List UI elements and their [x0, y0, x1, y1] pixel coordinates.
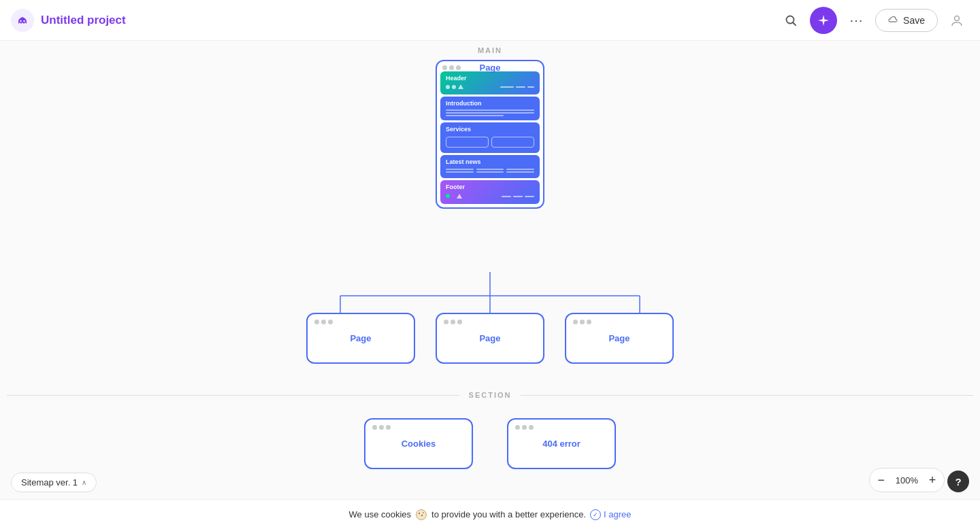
cr-dot3: [587, 320, 591, 324]
child-left-title: Page: [350, 333, 371, 343]
error-page-title: 404 error: [542, 439, 581, 449]
app-logo: [11, 9, 34, 32]
zoom-controls: − 100% +: [869, 468, 945, 492]
project-title: Untitled project: [41, 14, 126, 27]
nl4: [476, 171, 504, 173]
h-line3: [527, 86, 534, 88]
nl1: [446, 169, 474, 170]
zoom-minus-icon: −: [877, 473, 885, 488]
child-page-card-right[interactable]: Page: [565, 313, 674, 364]
services-boxes: [446, 137, 534, 148]
header-block-icons: [446, 84, 534, 89]
canvas: MAIN Page Header: [0, 41, 980, 529]
top-bar: Untitled project ⋯ Save: [0, 0, 980, 41]
help-icon: ?: [955, 476, 961, 488]
news-col1: [446, 169, 474, 173]
sitemap-chevron-icon: ∧: [82, 479, 86, 486]
top-bar-right: ⋯ Save: [779, 7, 969, 34]
cr-dot2: [580, 320, 585, 324]
fhl1: [502, 196, 511, 197]
child-page-card-left[interactable]: Page: [306, 313, 415, 364]
sitemap-label[interactable]: Sitemap ver. 1 ∧: [11, 473, 97, 492]
cookie-agree-circle: ✓: [590, 509, 601, 520]
fhl3: [525, 196, 534, 197]
svg-point-5: [955, 16, 960, 20]
footer-dot-green: [446, 194, 450, 198]
intro-section-block: Introduction: [440, 97, 540, 120]
cookies-page-card[interactable]: Cookies: [364, 418, 473, 469]
dot2: [449, 65, 454, 70]
cl-dot2: [321, 320, 326, 324]
cookie-agree[interactable]: ✓ I agree: [590, 509, 631, 520]
svg-point-1: [20, 20, 21, 21]
more-button[interactable]: ⋯: [844, 8, 868, 33]
cookie-icon: [415, 509, 427, 521]
cl-dot3: [328, 320, 333, 324]
search-button[interactable]: [779, 8, 803, 33]
news-col3: [506, 169, 534, 173]
sitemap-text: Sitemap ver. 1: [21, 477, 78, 488]
error-dots: [515, 425, 534, 430]
ai-icon: [817, 14, 830, 27]
cookie-text: We use cookies: [349, 509, 412, 519]
dot3: [456, 65, 461, 70]
header-dot2: [452, 85, 456, 89]
svg-point-14: [423, 512, 424, 513]
ck-dot2: [379, 425, 384, 430]
header-section-block: Header: [440, 71, 540, 95]
cookie-suffix: to provide you with a better experience.: [431, 509, 586, 519]
footer-section-block: Footer: [440, 180, 540, 204]
nl5: [506, 169, 534, 170]
footer-triangle: [457, 194, 462, 199]
fhl2: [513, 196, 523, 197]
nl3: [476, 169, 504, 170]
cookies-dots: [372, 425, 391, 430]
nl6: [506, 171, 534, 173]
nl2: [446, 171, 474, 173]
zoom-value: 100%: [893, 475, 921, 485]
header-dot1: [446, 85, 450, 89]
child-right-title: Page: [608, 333, 630, 343]
service-box2: [491, 137, 534, 148]
footer-block-bottom: [446, 194, 534, 199]
more-icon: ⋯: [849, 12, 864, 29]
service-box1: [446, 137, 489, 148]
divider-line-right: [521, 395, 973, 396]
zoom-out-button[interactable]: −: [870, 468, 893, 492]
er-dot3: [529, 425, 534, 430]
user-icon: [950, 14, 964, 27]
cookie-banner: We use cookies to provide you with a bet…: [0, 499, 980, 529]
help-button[interactable]: ?: [947, 471, 969, 492]
news-lines: [446, 169, 534, 173]
save-label: Save: [903, 15, 925, 26]
save-button[interactable]: Save: [875, 9, 938, 32]
footer-lines: [502, 196, 534, 197]
cc-dot3: [457, 320, 462, 324]
svg-point-13: [421, 515, 423, 516]
child-left-dots: [314, 320, 333, 324]
cookie-agree-label: I agree: [604, 509, 631, 519]
ai-button[interactable]: [810, 7, 837, 34]
child-center-title: Page: [479, 333, 500, 343]
h-line1: [500, 86, 514, 88]
news-section-block: Latest news: [440, 155, 540, 178]
cc-dot2: [451, 320, 455, 324]
cloud-save-icon: [888, 15, 899, 26]
search-icon: [785, 14, 797, 27]
h-line2: [516, 86, 525, 88]
section-divider-label: SECTION: [459, 391, 521, 399]
zoom-in-button[interactable]: +: [921, 468, 944, 492]
user-button[interactable]: [945, 8, 969, 33]
news-block-label: Latest news: [446, 158, 534, 165]
header-triangle: [458, 84, 463, 89]
child-right-dots: [573, 320, 591, 324]
er-dot1: [515, 425, 520, 430]
section-divider: SECTION: [7, 391, 973, 399]
child-center-dots: [444, 320, 462, 324]
main-page-card[interactable]: Page Header: [436, 60, 544, 209]
child-page-card-center[interactable]: Page: [436, 313, 544, 364]
error-page-card[interactable]: 404 error: [507, 418, 616, 469]
header-block-label: Header: [446, 75, 534, 82]
cl-dot1: [314, 320, 319, 324]
main-page-title: Page: [479, 63, 500, 73]
